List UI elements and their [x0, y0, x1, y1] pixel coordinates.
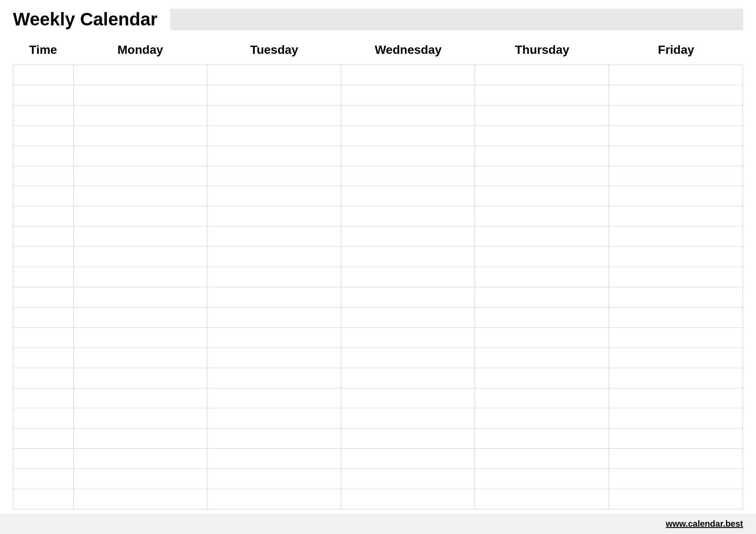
day-cell[interactable] [74, 307, 207, 328]
day-cell[interactable] [74, 247, 207, 267]
day-cell[interactable] [341, 428, 475, 449]
day-cell[interactable] [475, 227, 608, 247]
day-cell[interactable] [74, 126, 207, 146]
day-cell[interactable] [475, 449, 608, 469]
day-cell[interactable] [475, 65, 608, 85]
day-cell[interactable] [207, 166, 341, 186]
day-cell[interactable] [74, 186, 207, 206]
day-cell[interactable] [609, 65, 743, 85]
day-cell[interactable] [609, 287, 743, 307]
day-cell[interactable] [207, 449, 341, 469]
day-cell[interactable] [609, 146, 743, 166]
day-cell[interactable] [74, 267, 207, 287]
day-cell[interactable] [207, 388, 341, 409]
day-cell[interactable] [341, 307, 475, 328]
day-cell[interactable] [609, 247, 743, 267]
day-cell[interactable] [74, 166, 207, 186]
day-cell[interactable] [609, 328, 743, 348]
day-cell[interactable] [475, 348, 608, 368]
day-cell[interactable] [475, 489, 608, 509]
day-cell[interactable] [341, 267, 475, 287]
day-cell[interactable] [609, 85, 743, 106]
day-cell[interactable] [475, 166, 608, 186]
day-cell[interactable] [74, 328, 207, 348]
day-cell[interactable] [609, 408, 743, 428]
day-cell[interactable] [609, 126, 743, 146]
day-cell[interactable] [475, 388, 608, 409]
day-cell[interactable] [475, 267, 608, 287]
day-cell[interactable] [475, 126, 608, 146]
day-cell[interactable] [341, 227, 475, 247]
day-cell[interactable] [475, 307, 608, 328]
day-cell[interactable] [74, 348, 207, 368]
day-cell[interactable] [475, 186, 608, 206]
day-cell[interactable] [207, 206, 341, 227]
day-cell[interactable] [341, 489, 475, 509]
day-cell[interactable] [609, 307, 743, 328]
day-cell[interactable] [341, 328, 475, 348]
day-cell[interactable] [207, 146, 341, 166]
day-cell[interactable] [207, 186, 341, 206]
footer-link[interactable]: www.calendar.best [666, 519, 743, 529]
day-cell[interactable] [475, 106, 608, 126]
day-cell[interactable] [341, 146, 475, 166]
day-cell[interactable] [475, 206, 608, 227]
day-cell[interactable] [341, 166, 475, 186]
day-cell[interactable] [341, 348, 475, 368]
day-cell[interactable] [74, 106, 207, 126]
day-cell[interactable] [609, 186, 743, 206]
day-cell[interactable] [475, 408, 608, 428]
day-cell[interactable] [74, 428, 207, 449]
day-cell[interactable] [609, 348, 743, 368]
day-cell[interactable] [74, 85, 207, 106]
day-cell[interactable] [207, 106, 341, 126]
day-cell[interactable] [74, 287, 207, 307]
day-cell[interactable] [475, 469, 608, 489]
day-cell[interactable] [74, 469, 207, 489]
day-cell[interactable] [207, 428, 341, 449]
day-cell[interactable] [609, 267, 743, 287]
day-cell[interactable] [74, 388, 207, 409]
day-cell[interactable] [609, 227, 743, 247]
day-cell[interactable] [207, 247, 341, 267]
day-cell[interactable] [341, 186, 475, 206]
day-cell[interactable] [207, 227, 341, 247]
day-cell[interactable] [207, 307, 341, 328]
day-cell[interactable] [475, 247, 608, 267]
day-cell[interactable] [207, 348, 341, 368]
day-cell[interactable] [341, 106, 475, 126]
day-cell[interactable] [609, 388, 743, 409]
day-cell[interactable] [609, 489, 743, 509]
day-cell[interactable] [74, 65, 207, 85]
day-cell[interactable] [341, 247, 475, 267]
day-cell[interactable] [207, 328, 341, 348]
day-cell[interactable] [475, 146, 608, 166]
day-cell[interactable] [609, 469, 743, 489]
day-cell[interactable] [207, 408, 341, 428]
day-cell[interactable] [341, 126, 475, 146]
day-cell[interactable] [609, 428, 743, 449]
day-cell[interactable] [74, 408, 207, 428]
day-cell[interactable] [609, 166, 743, 186]
day-cell[interactable] [341, 408, 475, 428]
day-cell[interactable] [207, 489, 341, 509]
day-cell[interactable] [341, 206, 475, 227]
day-cell[interactable] [341, 85, 475, 106]
day-cell[interactable] [207, 126, 341, 146]
day-cell[interactable] [475, 368, 608, 388]
day-cell[interactable] [207, 267, 341, 287]
day-cell[interactable] [341, 388, 475, 409]
day-cell[interactable] [475, 328, 608, 348]
day-cell[interactable] [74, 227, 207, 247]
day-cell[interactable] [341, 287, 475, 307]
day-cell[interactable] [475, 287, 608, 307]
day-cell[interactable] [341, 368, 475, 388]
day-cell[interactable] [341, 469, 475, 489]
day-cell[interactable] [207, 368, 341, 388]
day-cell[interactable] [207, 469, 341, 489]
day-cell[interactable] [74, 368, 207, 388]
day-cell[interactable] [341, 65, 475, 85]
day-cell[interactable] [207, 65, 341, 85]
day-cell[interactable] [74, 206, 207, 227]
day-cell[interactable] [207, 85, 341, 106]
